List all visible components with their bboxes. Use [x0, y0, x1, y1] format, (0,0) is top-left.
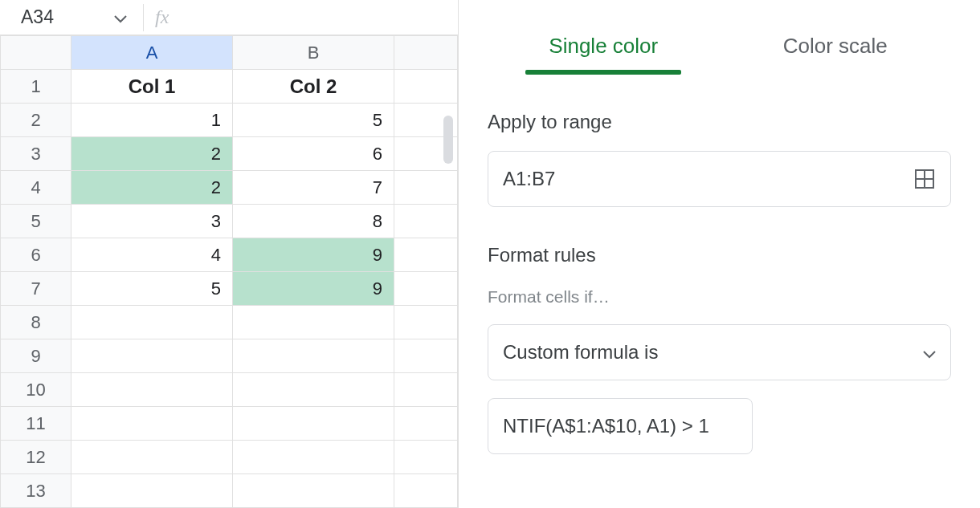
cell[interactable] [394, 474, 458, 508]
row-header[interactable]: 5 [1, 205, 71, 238]
cell[interactable] [71, 407, 233, 441]
column-header-a[interactable]: A [71, 36, 233, 70]
condition-select[interactable]: Custom formula is [488, 324, 951, 380]
divider [143, 4, 144, 31]
cell[interactable] [394, 339, 458, 373]
table-row: 11 [1, 407, 458, 441]
select-all-corner[interactable] [1, 36, 71, 70]
row-header[interactable]: 11 [1, 407, 71, 441]
cell[interactable] [394, 70, 458, 104]
column-header-b[interactable]: B [233, 36, 394, 70]
chevron-down-icon [114, 6, 127, 28]
name-box-ref: A34 [21, 6, 54, 28]
condition-select-value: Custom formula is [503, 341, 658, 364]
cell[interactable] [71, 339, 233, 373]
cell[interactable] [394, 171, 458, 205]
formula-value-input[interactable] [503, 415, 737, 437]
formula-field[interactable] [488, 398, 753, 454]
cell[interactable] [394, 441, 458, 474]
table-row: 1 Col 1 Col 2 [1, 70, 458, 104]
table-row: 3 2 6 [1, 137, 458, 171]
cell[interactable]: 2 [71, 137, 233, 171]
grid-select-icon[interactable] [913, 168, 936, 190]
table-row: 12 [1, 441, 458, 474]
cell[interactable]: 9 [233, 272, 394, 306]
cell[interactable] [233, 306, 394, 339]
cell[interactable]: 2 [71, 171, 233, 205]
row-header[interactable]: 8 [1, 306, 71, 339]
table-row: 8 [1, 306, 458, 339]
cell[interactable]: Col 2 [233, 70, 394, 104]
spreadsheet-panel: A34 fx A B 1 [0, 0, 459, 508]
table-row: 6 4 9 [1, 238, 458, 272]
row-header[interactable]: 12 [1, 441, 71, 474]
range-field[interactable] [488, 151, 951, 207]
grid-wrap: A B 1 Col 1 Col 2 2 1 5 [0, 35, 458, 508]
row-header[interactable]: 9 [1, 339, 71, 373]
cell[interactable] [233, 407, 394, 441]
spreadsheet-grid[interactable]: A B 1 Col 1 Col 2 2 1 5 [0, 35, 458, 508]
cell[interactable] [71, 474, 233, 508]
cell[interactable] [233, 474, 394, 508]
row-header[interactable]: 2 [1, 104, 71, 137]
cell[interactable]: 8 [233, 205, 394, 238]
cell[interactable] [233, 339, 394, 373]
cell[interactable]: 9 [233, 238, 394, 272]
cell[interactable]: 1 [71, 104, 233, 137]
scrollbar-thumb[interactable] [443, 116, 453, 164]
table-row: 2 1 5 [1, 104, 458, 137]
tab-color-scale[interactable]: Color scale [720, 34, 952, 73]
cell[interactable]: 6 [233, 137, 394, 171]
cell[interactable]: 5 [233, 104, 394, 137]
cell[interactable]: 5 [71, 272, 233, 306]
cell[interactable] [394, 407, 458, 441]
cell[interactable] [233, 373, 394, 407]
range-input[interactable] [503, 168, 913, 190]
format-cells-if-label: Format cells if… [488, 287, 951, 307]
format-rules-label: Format rules [488, 244, 951, 266]
apply-to-range-label: Apply to range [488, 111, 951, 133]
row-header[interactable]: 4 [1, 171, 71, 205]
formula-input[interactable] [169, 7, 448, 28]
cell[interactable] [394, 373, 458, 407]
name-box[interactable]: A34 [10, 2, 132, 34]
table-row: 9 [1, 339, 458, 373]
cell[interactable]: 4 [71, 238, 233, 272]
cell[interactable] [233, 441, 394, 474]
row-header[interactable]: 13 [1, 474, 71, 508]
row-header[interactable]: 10 [1, 373, 71, 407]
table-row: 7 5 9 [1, 272, 458, 306]
cell[interactable] [71, 441, 233, 474]
tabs: Single color Color scale [488, 0, 951, 74]
table-row: 4 2 7 [1, 171, 458, 205]
chevron-down-icon [923, 341, 936, 364]
tab-single-color[interactable]: Single color [488, 34, 720, 73]
conditional-format-panel: Single color Color scale Apply to range … [459, 0, 980, 508]
column-header-blank[interactable] [394, 36, 458, 70]
cell[interactable]: 3 [71, 205, 233, 238]
row-header[interactable]: 7 [1, 272, 71, 306]
fx-icon: fx [155, 6, 169, 28]
row-header[interactable]: 6 [1, 238, 71, 272]
name-formula-bar: A34 fx [0, 0, 458, 35]
cell[interactable]: 7 [233, 171, 394, 205]
cell[interactable] [394, 238, 458, 272]
row-header[interactable]: 3 [1, 137, 71, 171]
table-row: 5 3 8 [1, 205, 458, 238]
cell[interactable] [394, 272, 458, 306]
table-row: 10 [1, 373, 458, 407]
cell[interactable] [394, 306, 458, 339]
cell[interactable]: Col 1 [71, 70, 233, 104]
cell[interactable] [394, 205, 458, 238]
row-header[interactable]: 1 [1, 70, 71, 104]
cell[interactable] [71, 373, 233, 407]
table-row: 13 [1, 474, 458, 508]
cell[interactable] [71, 306, 233, 339]
